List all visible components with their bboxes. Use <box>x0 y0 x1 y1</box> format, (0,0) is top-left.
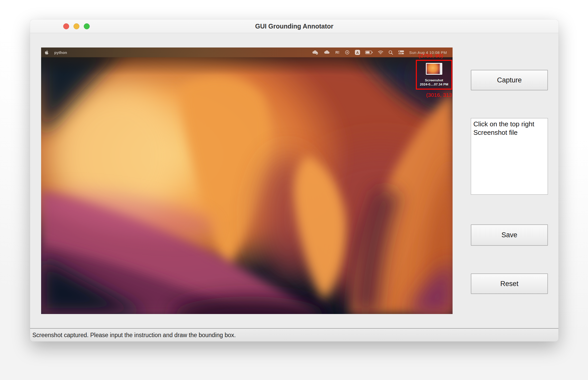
apple-logo-icon <box>45 50 49 55</box>
instruction-input[interactable]: Click on the top right Screenshot file <box>471 118 548 195</box>
screenshot-menubar: python R! <box>41 48 453 57</box>
file-icon-label-line2: 2024-0....07.34 PM <box>416 82 452 86</box>
menubar-app-name: python <box>54 50 67 55</box>
status-bar: Screenshot captured. Please input the in… <box>30 328 558 341</box>
svg-text:R!: R! <box>335 50 339 54</box>
svg-text:A: A <box>356 51 359 55</box>
screenshot-file-thumbnail <box>427 64 442 74</box>
reset-button[interactable]: Reset <box>471 273 548 294</box>
annotation-coordinate-bottom-right: (3016, 313 <box>426 92 452 98</box>
r-badge-icon: R! <box>335 50 340 55</box>
control-center-icon <box>398 50 404 55</box>
status-message: Screenshot captured. Please input the in… <box>32 332 236 339</box>
input-source-icon: A <box>355 50 360 55</box>
wifi-icon <box>378 50 383 55</box>
file-icon-label-line1: Screenshot <box>416 78 452 82</box>
app-window: GUI Grounding Annotator <box>30 20 558 341</box>
wallpaper-image <box>41 48 453 314</box>
window-title: GUI Grounding Annotator <box>30 20 558 33</box>
battery-icon <box>365 50 373 54</box>
screen-record-icon <box>345 50 350 55</box>
spotlight-icon <box>388 50 393 55</box>
cloud-error-icon <box>311 50 319 55</box>
cloud-icon <box>324 50 330 55</box>
screenshot-file-icon <box>426 63 442 75</box>
menubar-left: python <box>41 50 67 55</box>
annotation-coordinate-top-left: (2759, 90) <box>418 53 443 59</box>
save-button[interactable]: Save <box>471 224 548 246</box>
capture-button[interactable]: Capture <box>471 70 548 90</box>
thumbnail-sidebar-strip <box>440 64 442 74</box>
screenshot-canvas[interactable]: python R! <box>41 48 453 314</box>
window-titlebar[interactable]: GUI Grounding Annotator <box>30 20 558 33</box>
